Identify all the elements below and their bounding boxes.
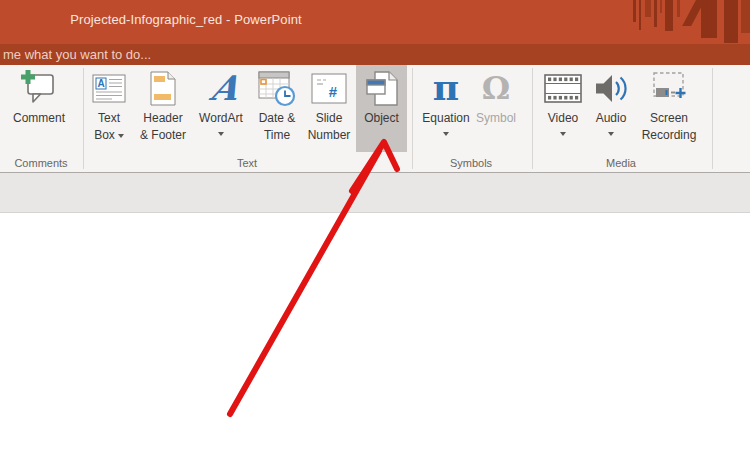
symbol-button: Ω Symbol xyxy=(472,66,520,152)
wordart-icon: A xyxy=(202,66,240,110)
date-time-button[interactable]: Date & Time xyxy=(251,66,303,152)
audio-icon xyxy=(593,66,629,110)
button-label: Video xyxy=(548,110,578,127)
button-label: Text xyxy=(98,110,120,127)
equation-button[interactable]: π Equation xyxy=(418,66,474,152)
object-button[interactable]: Object xyxy=(356,65,407,152)
group-label-media: Media xyxy=(606,157,636,169)
dropdown-row xyxy=(560,127,566,140)
chevron-down-icon xyxy=(443,132,449,136)
button-label: Equation xyxy=(422,110,469,127)
header-footer-icon xyxy=(150,66,176,110)
dropdown-row xyxy=(218,127,224,140)
ribbon-insert-tab: Comment Comments A Text xyxy=(0,65,750,173)
chevron-down-icon xyxy=(608,132,614,136)
group-label-text: Text xyxy=(237,157,257,169)
button-label-text: Box xyxy=(94,128,115,142)
slide-canvas[interactable] xyxy=(0,213,750,466)
button-label: Symbol xyxy=(476,110,516,127)
button-label: Comment xyxy=(13,110,65,127)
svg-text:A: A xyxy=(206,70,240,106)
chevron-down-icon xyxy=(560,132,566,136)
group-label-comments: Comments xyxy=(14,157,67,169)
button-label: Object xyxy=(364,110,399,127)
button-label-line2: Time xyxy=(264,127,290,144)
text-box-button[interactable]: A Text Box xyxy=(86,66,132,152)
svg-text:Ω: Ω xyxy=(482,69,510,107)
date-time-icon xyxy=(257,66,297,110)
group-divider xyxy=(412,68,413,169)
object-icon xyxy=(365,66,399,110)
group-divider xyxy=(532,68,533,169)
dropdown-row xyxy=(443,127,449,140)
wordart-button[interactable]: A WordArt xyxy=(194,66,248,152)
group-label-symbols: Symbols xyxy=(450,157,492,169)
dropdown-row xyxy=(608,127,614,140)
group-divider xyxy=(83,68,84,169)
button-label: Audio xyxy=(596,110,627,127)
video-button[interactable]: Video xyxy=(540,66,586,152)
button-label-line2: Box xyxy=(94,127,124,144)
equation-icon: π xyxy=(426,66,466,110)
group-divider xyxy=(712,68,713,169)
button-label: WordArt xyxy=(199,110,243,127)
comment-button[interactable]: Comment xyxy=(7,66,71,152)
ribbon-tab-row: me what you want to do... xyxy=(0,44,750,65)
button-label: Header xyxy=(143,110,182,127)
button-label-line2: & Footer xyxy=(140,127,186,144)
chevron-down-icon xyxy=(118,134,124,138)
button-label: Screen xyxy=(650,110,688,127)
text-box-icon: A xyxy=(92,66,126,110)
header-footer-button[interactable]: Header & Footer xyxy=(134,66,192,152)
chevron-down-icon xyxy=(218,132,224,136)
button-label: Date & xyxy=(259,110,296,127)
screen-recording-button[interactable]: Screen Recording xyxy=(633,66,705,152)
screen-recording-icon xyxy=(649,66,689,110)
svg-text:#: # xyxy=(329,83,338,100)
title-bar: Projected-Infographic_red - PowerPoint xyxy=(0,0,750,44)
button-label-line2: Recording xyxy=(642,127,697,144)
window-title: Projected-Infographic_red - PowerPoint xyxy=(0,12,372,27)
audio-button[interactable]: Audio xyxy=(589,66,633,152)
new-comment-icon xyxy=(19,66,59,110)
button-label: Slide xyxy=(316,110,343,127)
slide-number-button[interactable]: # Slide Number xyxy=(302,66,356,152)
tell-me-box[interactable]: me what you want to do... xyxy=(3,47,151,62)
video-icon xyxy=(544,66,582,110)
button-label-line2: Number xyxy=(308,127,351,144)
symbol-icon: Ω xyxy=(478,66,514,110)
svg-text:A: A xyxy=(97,78,104,89)
svg-text:π: π xyxy=(433,69,459,107)
slide-number-icon: # xyxy=(311,66,347,110)
ribbon-shadow-band xyxy=(0,173,750,213)
powerpoint-window: Projected-Infographic_red - PowerPoint m… xyxy=(0,0,750,466)
